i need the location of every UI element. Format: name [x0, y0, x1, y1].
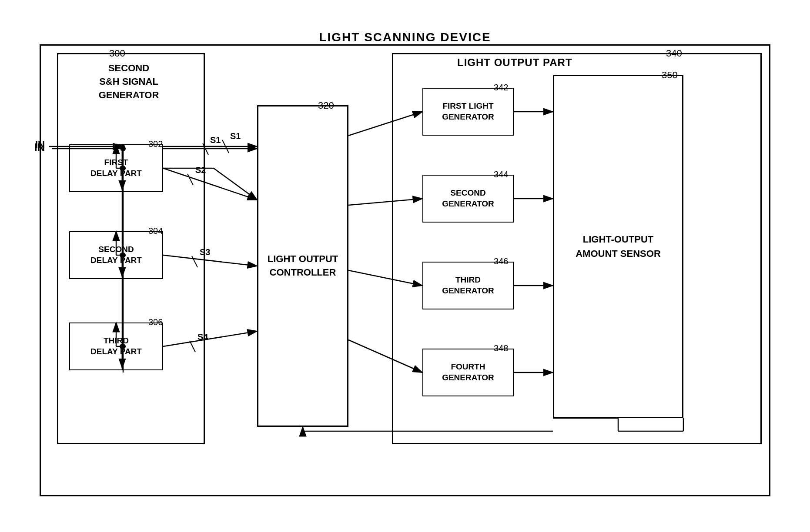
block-306-text: THIRDDELAY PART — [90, 336, 142, 357]
block-320: LIGHT OUTPUTCONTROLLER — [257, 105, 348, 427]
block-306: THIRDDELAY PART — [69, 323, 163, 370]
block-350-title: LIGHT-OUTPUTAMOUNT SENSOR — [576, 232, 661, 261]
block-344-text: SECONDGENERATOR — [442, 188, 494, 209]
block-340-title: LIGHT OUTPUT PART — [457, 57, 572, 69]
diagram-container: LIGHT SCANNING DEVICE SECONDS&H SIGNALGE… — [22, 18, 788, 514]
block-348-text: FOURTHGENERATOR — [442, 362, 494, 383]
label-304: 304 — [148, 226, 163, 236]
label-350: 350 — [662, 70, 678, 81]
block-346: THIRDGENERATOR — [422, 262, 514, 309]
diagram-title: LIGHT SCANNING DEVICE — [319, 30, 491, 44]
block-302-text: FIRSTDELAY PART — [90, 157, 142, 179]
label-346: 346 — [494, 256, 508, 266]
label-348: 348 — [494, 343, 508, 353]
block-348: FOURTHGENERATOR — [422, 349, 514, 396]
block-346-text: THIRDGENERATOR — [442, 275, 494, 296]
block-342: FIRST LIGHTGENERATOR — [422, 88, 514, 136]
label-320: 320 — [318, 100, 334, 111]
label-342: 342 — [494, 83, 508, 93]
block-350: LIGHT-OUTPUTAMOUNT SENSOR — [553, 75, 683, 418]
label-302: 302 — [148, 139, 163, 149]
label-344: 344 — [494, 170, 508, 180]
label-300: 300 — [109, 48, 125, 59]
block-304-text: SECONDDELAY PART — [90, 244, 142, 266]
block-300-title: SECONDS&H SIGNALGENERATOR — [66, 62, 192, 102]
label-340: 340 — [666, 48, 682, 59]
block-344: SECONDGENERATOR — [422, 175, 514, 223]
block-304: SECONDDELAY PART — [69, 231, 163, 279]
label-306: 306 — [148, 317, 163, 327]
block-320-title: LIGHT OUTPUTCONTROLLER — [263, 248, 343, 284]
block-302: FIRSTDELAY PART — [69, 144, 163, 192]
block-342-text: FIRST LIGHTGENERATOR — [442, 101, 494, 122]
